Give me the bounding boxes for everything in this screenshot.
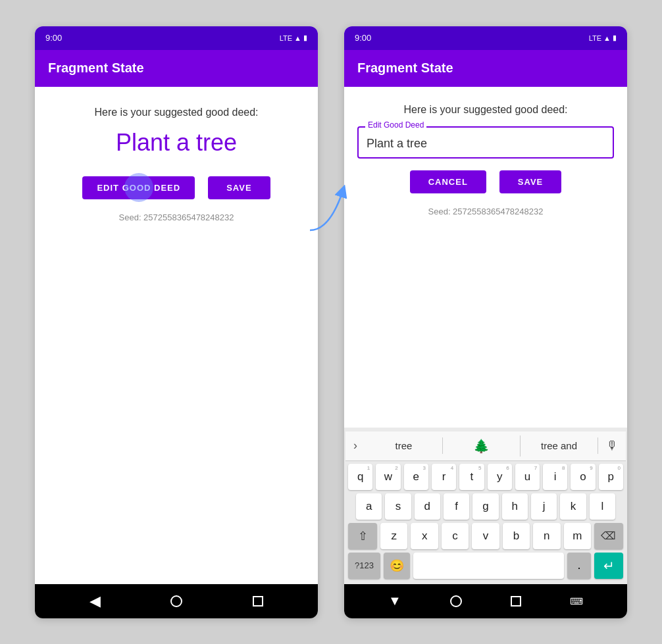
key-period[interactable]: . — [567, 553, 591, 579]
key-g[interactable]: g — [472, 493, 498, 520]
key-t[interactable]: 5t — [459, 464, 484, 490]
key-s[interactable]: s — [385, 493, 411, 520]
left-status-bar: 9:00 LTE ▲ ▮ — [35, 26, 318, 50]
key-backspace[interactable]: ⌫ — [594, 523, 623, 549]
right-lte-text: LTE — [589, 34, 601, 42]
left-phone: 9:00 LTE ▲ ▮ Fragment State Here is your… — [35, 26, 318, 618]
kbd-suggestion-3[interactable]: tree and — [521, 437, 598, 454]
right-save-button[interactable]: SAVE — [499, 170, 561, 193]
key-num-sym[interactable]: ?123 — [348, 553, 380, 579]
left-signal-icon: ▲ — [294, 34, 301, 42]
key-f[interactable]: f — [444, 493, 469, 520]
right-suggestion-label: Here is your suggested good deed: — [403, 104, 567, 116]
right-signal-icons: LTE ▲ ▮ — [589, 34, 617, 42]
left-back-icon[interactable]: ◀ — [89, 593, 101, 610]
left-time: 9:00 — [45, 33, 62, 43]
kbd-suggestion-2[interactable]: 🌲 — [443, 435, 521, 457]
left-app-title: Fragment State — [48, 61, 144, 76]
transition-arrow — [303, 171, 356, 250]
right-back-icon[interactable]: ▼ — [388, 593, 401, 608]
key-shift[interactable]: ⇧ — [348, 523, 377, 549]
right-keyboard-icon[interactable]: ⌨ — [570, 596, 583, 607]
left-app-bar: Fragment State — [35, 50, 318, 87]
key-u[interactable]: 7u — [515, 464, 540, 490]
key-e[interactable]: 3e — [404, 464, 428, 490]
left-seed: Seed: 2572558365478248232 — [119, 212, 234, 222]
cancel-button[interactable]: CANCEL — [410, 170, 486, 193]
key-k[interactable]: k — [560, 493, 586, 520]
key-d[interactable]: d — [415, 493, 440, 520]
right-time: 9:00 — [355, 33, 371, 43]
key-y[interactable]: 6y — [488, 464, 512, 490]
kbd-suggestion-1[interactable]: tree — [365, 437, 443, 454]
right-nav-bar: ▼ ⌨ — [344, 584, 627, 618]
key-h[interactable]: h — [502, 493, 528, 520]
key-i[interactable]: 8i — [543, 464, 567, 490]
key-b[interactable]: b — [503, 523, 530, 549]
key-z[interactable]: z — [380, 523, 407, 549]
key-p[interactable]: 0p — [599, 464, 623, 490]
left-nav-bar: ◀ — [35, 584, 318, 618]
right-content: Here is your suggested good deed: Edit G… — [344, 87, 627, 428]
kbd-row-3: ⇧ z x c v b n m ⌫ — [345, 523, 626, 549]
key-c[interactable]: c — [442, 523, 469, 549]
key-w[interactable]: 2w — [376, 464, 400, 490]
key-v[interactable]: v — [472, 523, 499, 549]
phones-wrapper: 9:00 LTE ▲ ▮ Fragment State Here is your… — [35, 26, 627, 618]
key-emoji[interactable]: 😊 — [384, 553, 410, 579]
edit-field-container: Edit Good Deed — [357, 126, 614, 159]
right-seed: Seed: 2572558365478248232 — [428, 207, 544, 216]
kbd-row-1: 1q 2w 3e 4r 5t 6y 7u 8i 9o 0p — [345, 464, 626, 490]
left-lte-text: LTE — [280, 34, 292, 42]
right-app-bar: Fragment State — [344, 50, 627, 87]
left-battery-icon: ▮ — [303, 34, 307, 42]
right-recents-icon[interactable] — [511, 596, 521, 607]
left-home-icon[interactable] — [170, 595, 182, 607]
edit-good-deed-input[interactable] — [357, 126, 614, 159]
right-battery-icon: ▮ — [613, 34, 617, 42]
key-m[interactable]: m — [564, 523, 591, 549]
left-signal-icons: LTE ▲ ▮ — [280, 34, 307, 42]
kbd-row-2: a s d f g h j k l — [345, 493, 626, 520]
key-space[interactable] — [413, 553, 564, 579]
left-btn-row: EDIT GOOD DEED SAVE — [82, 176, 270, 199]
kbd-row-4: ?123 😊 . ↵ — [345, 553, 626, 579]
edit-field-label: Edit Good Deed — [365, 120, 426, 130]
left-good-deed: Plant a tree — [116, 129, 237, 157]
edit-good-deed-button[interactable]: EDIT GOOD DEED — [82, 176, 195, 199]
key-x[interactable]: x — [411, 523, 438, 549]
keyboard: › tree 🌲 tree and 🎙 1q 2w 3e 4r 5t 6y 7u… — [344, 428, 627, 584]
key-q[interactable]: 1q — [348, 464, 372, 490]
right-app-title: Fragment State — [357, 61, 453, 76]
left-save-button[interactable]: SAVE — [208, 176, 270, 199]
key-l[interactable]: l — [590, 493, 615, 520]
right-phone: 9:00 LTE ▲ ▮ Fragment State Here is your… — [344, 26, 627, 618]
kbd-expand-icon[interactable]: › — [345, 439, 365, 453]
right-btn-row: CANCEL SAVE — [410, 170, 562, 193]
keyboard-suggestions: › tree 🌲 tree and 🎙 — [345, 432, 626, 461]
key-a[interactable]: a — [356, 493, 382, 520]
kbd-mic-icon[interactable]: 🎙 — [598, 439, 626, 453]
key-r[interactable]: 4r — [432, 464, 456, 490]
left-suggestion-label: Here is your suggested good deed: — [94, 107, 258, 118]
right-status-bar: 9:00 LTE ▲ ▮ — [344, 26, 627, 50]
key-enter[interactable]: ↵ — [594, 553, 623, 579]
left-content: Here is your suggested good deed: Plant … — [35, 87, 318, 584]
right-signal-icon: ▲ — [603, 34, 611, 42]
right-home-icon[interactable] — [450, 595, 462, 607]
key-o[interactable]: 9o — [571, 464, 595, 490]
key-n[interactable]: n — [533, 523, 560, 549]
key-j[interactable]: j — [531, 493, 557, 520]
left-recents-icon[interactable] — [253, 596, 263, 607]
